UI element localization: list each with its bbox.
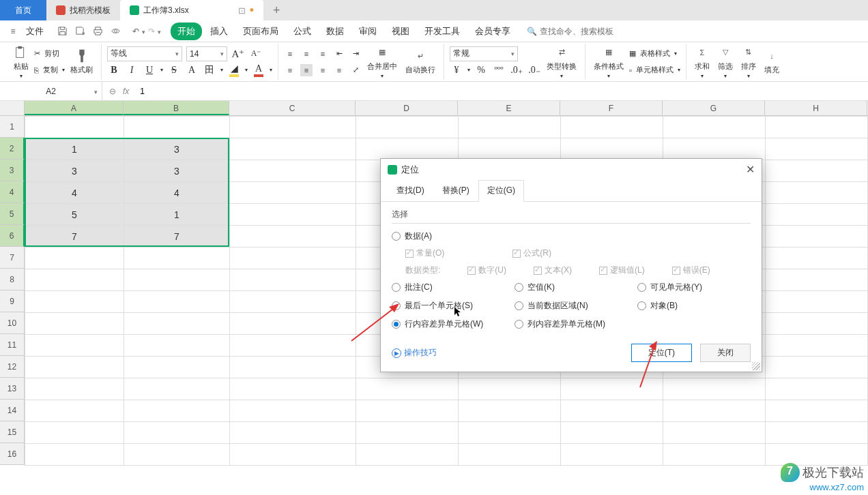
italic-button[interactable]: I (125, 63, 139, 77)
cell-D1[interactable] (356, 117, 459, 138)
cell-E16[interactable] (459, 444, 561, 466)
border-button[interactable]: 田 (203, 63, 216, 77)
row-header-8[interactable]: 8 (0, 269, 25, 290)
cell-A5[interactable]: 5 (25, 204, 124, 226)
bold-button[interactable]: B (107, 63, 121, 77)
cell-G2[interactable] (663, 138, 766, 160)
cell-C9[interactable] (230, 291, 356, 313)
cell-F1[interactable] (561, 117, 663, 138)
tab-home[interactable]: 首页 (0, 0, 46, 20)
radio-region[interactable] (515, 301, 523, 310)
cell-F2[interactable] (561, 138, 663, 160)
cell-C3[interactable] (230, 160, 356, 182)
cell-A13[interactable] (25, 378, 124, 400)
copy-button[interactable]: ⎘复制▾ (34, 63, 65, 78)
dialog-titlebar[interactable]: 定位 ✕ (381, 159, 762, 180)
file-menu[interactable]: 文件 (22, 25, 48, 38)
cell-A14[interactable] (25, 400, 124, 422)
cell-D16[interactable] (356, 444, 459, 466)
cell-A7[interactable] (25, 247, 124, 269)
radio-last[interactable] (392, 301, 401, 310)
decrease-font-icon[interactable]: A⁻ (249, 47, 263, 61)
cell-B1[interactable] (124, 117, 230, 138)
fx-icon[interactable]: fx (123, 87, 129, 96)
ribbon-tab-member[interactable]: 会员专享 (468, 22, 517, 40)
align-bottom-icon[interactable]: ≡ (317, 48, 329, 60)
radio-row-diff[interactable] (392, 320, 401, 329)
cell-C10[interactable] (230, 313, 356, 335)
indent-dec-icon[interactable]: ⇤ (333, 48, 345, 60)
col-header-E[interactable]: E (458, 101, 560, 115)
tab-menu-icon[interactable]: ⊡ (238, 5, 246, 16)
row-header-1[interactable]: 1 (0, 116, 25, 138)
cell-style-button[interactable]: ▫单元格样式▾ (629, 63, 680, 78)
cell-A11[interactable] (25, 335, 124, 357)
sum-button[interactable]: Σ求和▾ (692, 44, 712, 80)
cell-H5[interactable] (766, 204, 868, 226)
align-top-icon[interactable]: ≡ (284, 48, 296, 60)
align-middle-icon[interactable]: ≡ (300, 48, 313, 60)
cell-F15[interactable] (561, 422, 663, 444)
cell-C1[interactable] (230, 117, 356, 138)
inc-decimal-icon[interactable]: .0₊ (510, 63, 523, 77)
row-header-15[interactable]: 15 (0, 421, 25, 443)
cell-D13[interactable] (356, 378, 459, 400)
ribbon-tab-layout[interactable]: 页面布局 (236, 22, 285, 40)
cell-B13[interactable] (124, 378, 230, 400)
cell-C2[interactable] (230, 138, 356, 160)
cell-A3[interactable]: 3 (25, 160, 124, 182)
fill-button[interactable]: ↓填充 (762, 47, 782, 76)
cell-C12[interactable] (230, 357, 356, 378)
new-tab-button[interactable]: + (263, 0, 290, 20)
cell-A15[interactable] (25, 422, 124, 444)
cell-H2[interactable] (766, 138, 868, 160)
cell-A12[interactable] (25, 357, 124, 378)
cell-H8[interactable] (766, 269, 868, 291)
cell-C15[interactable] (230, 422, 356, 444)
cell-B6[interactable]: 7 (124, 226, 230, 247)
row-header-10[interactable]: 10 (0, 312, 25, 334)
cell-H1[interactable] (766, 117, 868, 138)
cell-A6[interactable]: 7 (25, 226, 124, 247)
filter-button[interactable]: ▽筛选▾ (715, 44, 736, 80)
align-center-icon[interactable]: ≡ (300, 64, 313, 76)
col-header-B[interactable]: B (124, 101, 229, 115)
cell-C16[interactable] (230, 444, 356, 466)
tab-workbook[interactable]: 工作簿3.xlsx ⊡ • (120, 0, 263, 20)
currency-icon[interactable]: ¥ (450, 63, 463, 77)
radio-data[interactable] (392, 232, 401, 241)
align-right-icon[interactable]: ≡ (317, 64, 329, 76)
cell-H3[interactable] (766, 160, 868, 182)
cell-H7[interactable] (766, 247, 868, 269)
ribbon-tab-dev[interactable]: 开发工具 (418, 22, 467, 40)
save-as-icon[interactable] (74, 25, 86, 38)
cell-B10[interactable] (124, 313, 230, 335)
undo-icon[interactable]: ↶ (130, 25, 142, 38)
select-all-corner[interactable] (0, 101, 25, 115)
cell-A10[interactable] (25, 313, 124, 335)
table-style-button[interactable]: ▦表格样式▾ (629, 46, 680, 61)
dialog-tab-replace[interactable]: 替换(P) (433, 180, 478, 201)
cell-H10[interactable] (766, 313, 868, 335)
ribbon-tab-data[interactable]: 数据 (319, 22, 351, 40)
cell-G13[interactable] (663, 378, 766, 400)
number-format-combo[interactable]: 常规 (450, 46, 518, 61)
close-button[interactable]: 关闭 (700, 344, 751, 362)
cell-C8[interactable] (230, 269, 356, 291)
cell-B9[interactable] (124, 291, 230, 313)
cell-D14[interactable] (356, 400, 459, 422)
tips-link[interactable]: ▶ 操作技巧 (392, 347, 437, 359)
cell-B2[interactable]: 3 (124, 138, 230, 160)
cell-B8[interactable] (124, 269, 230, 291)
increase-font-icon[interactable]: A⁺ (231, 47, 245, 61)
col-header-G[interactable]: G (663, 101, 765, 115)
radio-col-diff[interactable] (515, 320, 523, 329)
command-search[interactable]: 🔍 (527, 27, 628, 36)
redo-icon[interactable]: ↷ (145, 25, 158, 38)
thousands-icon[interactable]: ººº (492, 63, 506, 77)
cancel-fx-icon[interactable]: ⊖ (109, 87, 116, 96)
cell-H9[interactable] (766, 291, 868, 313)
close-icon[interactable]: ✕ (746, 163, 755, 176)
cell-H16[interactable] (766, 444, 868, 466)
row-header-9[interactable]: 9 (0, 290, 25, 312)
